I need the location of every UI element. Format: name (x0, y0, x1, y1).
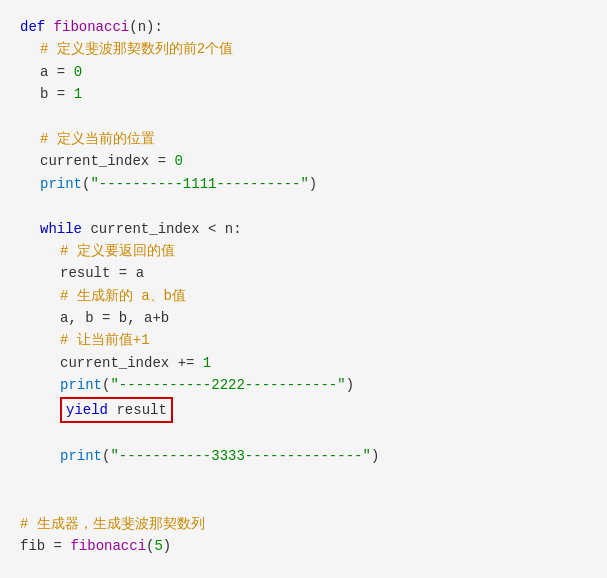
code-line-11: # 定义要返回的值 (20, 240, 587, 262)
empty-line (20, 106, 587, 128)
code-editor: def fibonacci(n): # 定义斐波那契数列的前2个值 a = 0 … (20, 16, 587, 578)
empty-line (20, 195, 587, 217)
code-line-7: current_index = 0 (20, 150, 587, 172)
code-line-3: a = 0 (20, 61, 587, 83)
comment: # 定义要返回的值 (60, 240, 175, 262)
empty-line (20, 468, 587, 490)
code-line-4: b = 1 (20, 83, 587, 105)
code-line-2: # 定义斐波那契数列的前2个值 (20, 38, 587, 60)
code-line-14: a, b = b, a+b (20, 307, 587, 329)
code-line-20: print("-----------3333--------------") (20, 445, 587, 467)
empty-line (20, 490, 587, 512)
code-line-18: yield result (20, 397, 587, 423)
code-line-15: # 让当前值+1 (20, 329, 587, 351)
comment: # 生成新的 a、b值 (60, 285, 186, 307)
highlighted-yield: yield result (60, 397, 173, 423)
comment: # 让当前值+1 (60, 329, 150, 351)
keyword-def: def (20, 16, 54, 38)
code-line-24: fib = fibonacci(5) (20, 535, 587, 557)
code-line-12: result = a (20, 262, 587, 284)
code-line-13: # 生成新的 a、b值 (20, 285, 587, 307)
code-line-6: # 定义当前的位置 (20, 128, 587, 150)
code-line-10: while current_index < n: (20, 218, 587, 240)
empty-line (20, 557, 587, 578)
comment: # 定义斐波那契数列的前2个值 (40, 38, 233, 60)
code-line-1: def fibonacci(n): (20, 16, 587, 38)
comment: # 定义当前的位置 (40, 128, 155, 150)
empty-line (20, 423, 587, 445)
code-line-16: current_index += 1 (20, 352, 587, 374)
code-line-17: print("-----------2222-----------") (20, 374, 587, 396)
code-line-8: print("----------1111----------") (20, 173, 587, 195)
code-line-23: # 生成器，生成斐波那契数列 (20, 513, 587, 535)
function-name: fibonacci (54, 16, 130, 38)
comment: # 生成器，生成斐波那契数列 (20, 513, 205, 535)
